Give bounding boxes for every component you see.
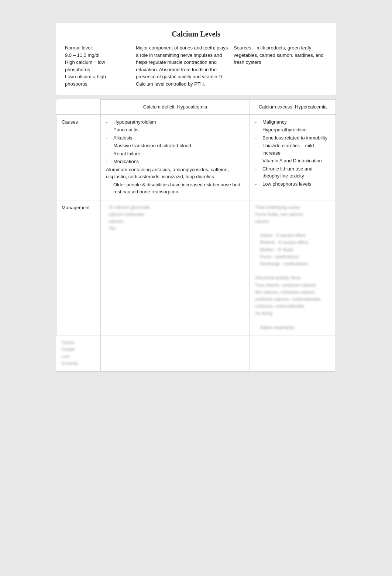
dash: - <box>255 118 260 126</box>
medications-detail: Aluminum-containing antacids, aminoglyco… <box>106 166 244 180</box>
management-row: Management - To calcium gluconate calciu… <box>56 200 336 335</box>
dash: - <box>255 157 260 165</box>
causes-row: Causes - Hypoparathyroidism - Pancreatit… <box>56 114 336 200</box>
top-card: Calcium Levels Normal level: 9.0 – 11.0 … <box>56 22 336 95</box>
calcium-table: Calcium deficit: Hypocalcemia Calcium ex… <box>56 99 336 371</box>
list-item: - Thiazide diuretics – mild increase <box>255 142 330 156</box>
excess-management-blurred: Treat underlying cause Force fluids, low… <box>255 204 330 331</box>
dash: - <box>106 134 111 142</box>
list-item: - Vitamin A and D intoxication <box>255 157 330 165</box>
excess-causes-cell: - Malignancy - Hyperparathyroidism - Bon… <box>250 114 336 200</box>
footer-blurred-label: Cause Create Low Controls <box>62 339 96 368</box>
footer-label-cell: Cause Create Low Controls <box>56 335 101 371</box>
page-title: Calcium Levels <box>65 30 327 38</box>
deficit-excess-table-card: Calcium deficit: Hypocalcemia Calcium ex… <box>56 99 336 372</box>
list-item: - Medications <box>106 158 244 165</box>
header-excess: Calcium excess: Hypercalcemia <box>250 100 336 115</box>
header-deficit: Calcium deficit: Hypocalcemia <box>101 100 250 115</box>
list-item: - Renal failure <box>106 150 244 158</box>
list-item: - Bone loss related to immobility <box>255 134 330 142</box>
list-item: - Hypoparathyroidism <box>106 118 244 126</box>
dash: - <box>106 118 111 126</box>
footer-excess-cell <box>250 335 336 371</box>
causes-label: Causes <box>56 114 101 200</box>
list-item: - Pancreatitis <box>106 126 244 134</box>
deficit-management-cell: - To calcium gluconate calcium carbonate… <box>101 200 250 335</box>
list-item: - Alkalosis <box>106 134 244 142</box>
dash: - <box>255 165 260 180</box>
list-item: - Chronic lithium use and theophylline t… <box>255 165 330 180</box>
page-container: Calcium Levels Normal level: 9.0 – 11.0 … <box>56 22 336 372</box>
dash: - <box>106 181 111 196</box>
dash: - <box>106 126 111 134</box>
list-item: - Older people & disabilities have incre… <box>106 181 244 196</box>
management-label: Management <box>56 200 101 335</box>
col1-normal-level: Normal level: 9.0 – 11.0 mg/dl High calc… <box>65 44 131 87</box>
col2-description: Major component of bones and teeth; play… <box>136 44 229 87</box>
col3-sources: Sources – milk products, green leafy veg… <box>234 44 327 87</box>
top-grid: Normal level: 9.0 – 11.0 mg/dl High calc… <box>65 44 327 87</box>
list-item: - Hyperparathyroidism <box>255 126 330 134</box>
dash: - <box>106 158 111 165</box>
dash: - <box>255 126 260 134</box>
dash: - <box>255 134 260 142</box>
footer-row: Cause Create Low Controls <box>56 335 336 371</box>
dash: - <box>106 142 111 149</box>
list-item: - Massive transfusion of citrated blood <box>106 142 244 149</box>
dash: - <box>106 150 111 158</box>
footer-deficit-cell <box>101 335 250 371</box>
list-item: - Malignancy <box>255 118 330 126</box>
excess-management-cell: Treat underlying cause Force fluids, low… <box>250 200 336 335</box>
list-item: - Low phosphorus levels <box>255 180 330 188</box>
deficit-causes-cell: - Hypoparathyroidism - Pancreatitis - Al… <box>101 114 250 200</box>
dash: - <box>255 180 260 188</box>
dash: - <box>255 142 260 156</box>
deficit-management-blurred: - To calcium gluconate calcium carbonate… <box>106 204 244 232</box>
